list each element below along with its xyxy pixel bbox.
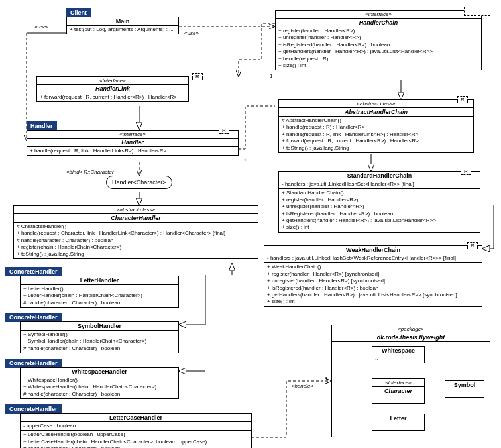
chh-name: CharacterHandler: [14, 214, 258, 223]
chh-st: «abstract class»: [14, 206, 258, 214]
tag-handler: Handler: [27, 121, 57, 131]
lch-name: LetterCaseHandler: [21, 414, 251, 422]
tp-shc: R: [461, 168, 471, 175]
ahc-st: «abstract class»: [279, 100, 473, 108]
lbl-bind: «bind» R::Character: [66, 169, 114, 175]
main-name: Main: [67, 17, 178, 26]
class-symbolhandler: SymbolHandler + SymbolHandler()+ SymbolH…: [20, 321, 179, 353]
lbl-star: *: [244, 158, 246, 164]
class-lettercasehandler: LetterCaseHandler - upperCase : boolean …: [20, 413, 252, 448]
hlink-name: HandlerLink: [37, 85, 188, 93]
class-handlerlink: «interface» HandlerLink + forward(reques…: [36, 76, 189, 102]
hnd-st: «interface»: [27, 131, 238, 139]
lbl-handle: «handle»: [292, 383, 313, 389]
sh-name: SymbolHandler: [21, 322, 178, 331]
ahc-ops: # AbstractHandlerChain()+ handle(request…: [279, 117, 473, 152]
tag-ch1: ConcreteHandler: [5, 267, 62, 276]
tp-whc: R: [467, 242, 478, 249]
lh-ops: + LetterHandler()+ LetterHandler(chain :…: [21, 285, 178, 307]
tp-r1: R: [192, 73, 203, 80]
lch-ops: + LetterCaseHandler(boolean : upperCase)…: [21, 431, 251, 448]
tp-ahc: R: [457, 96, 468, 103]
tp-r2: R: [219, 127, 229, 134]
package-flyweight: «package» dk.rode.thesis.flyweight White…: [331, 325, 490, 437]
class-main: Main + test(out : Log, arguments : Argum…: [66, 17, 179, 34]
shc-f: - handlers : java.util.LinkedHashSet<Han…: [279, 180, 480, 189]
tag-ch3: ConcreteHandler: [5, 359, 62, 368]
whc-name: WeakHandlerChain: [264, 246, 482, 254]
pkg-st: «package»: [332, 325, 490, 333]
tp-hc: [464, 7, 490, 16]
tag-ch4: ConcreteHandler: [5, 404, 62, 414]
lbl-use2: «use»: [184, 30, 199, 36]
lch-f: - upperCase : boolean: [21, 422, 251, 431]
cls-symbol: Symbol..: [445, 380, 484, 398]
class-standardhandlerchain: StandardHandlerChain - handlers : java.u…: [278, 171, 480, 233]
main-op: + test(out : Log, arguments : Arguments)…: [67, 26, 178, 34]
hlink-st: «interface»: [37, 77, 188, 85]
class-letterhandler: LetterHandler + LetterHandler()+ LetterH…: [20, 276, 179, 308]
class-weakhandlerchain: WeakHandlerChain - handlers : java.util.…: [264, 245, 482, 307]
tag-ch2: ConcreteHandler: [5, 313, 62, 322]
sh-ops: + SymbolHandler()+ SymbolHandler(chain :…: [21, 331, 178, 353]
chh-ops: # CharacterHandler()+ handle(request : C…: [14, 223, 258, 258]
lbl-one1: 1: [270, 73, 272, 79]
lbl-use1: «use»: [34, 24, 49, 30]
lbl-one2: 1: [325, 376, 327, 382]
cls-character: «interface»Character..: [372, 378, 425, 404]
hc-ops: + register(handler : Handler<R>)+ unregi…: [276, 27, 481, 70]
shc-ops: + StandardHandlerChain()+ register(handl…: [279, 189, 480, 231]
cls-letter: Letter..: [372, 414, 425, 431]
shc-name: StandardHandlerChain: [279, 172, 480, 180]
tag-client: Client: [66, 8, 91, 17]
class-whitespacehandler: WhitespaceHandler + WhitespaceHandler()+…: [20, 367, 179, 399]
hnd-op: + handle(request : R, link : HandlerLink…: [27, 147, 238, 155]
wh-ops: + WhitespaceHandler()+ WhitespaceHandler…: [21, 376, 178, 398]
class-handler: «interface» Handler + handle(request : R…: [27, 130, 239, 156]
hc-st: «interface»: [276, 11, 481, 19]
class-handlerchain: «interface» HandlerChain + register(hand…: [275, 10, 482, 70]
hnd-name: Handler: [27, 139, 238, 147]
class-abstracthandlerchain: «abstract class» AbstractHandlerChain # …: [278, 99, 474, 153]
lh-name: LetterHandler: [21, 276, 178, 285]
cls-whitespace: Whitespace..: [372, 346, 425, 363]
wh-name: WhitespaceHandler: [21, 368, 178, 376]
whc-ops: + WeakHandlerChain()+ register(handler :…: [264, 263, 482, 306]
pkg-name: dk.rode.thesis.flyweight: [332, 333, 490, 342]
ahc-name: AbstractHandlerChain: [279, 108, 473, 117]
hlink-op: + forward(request : R, current : Handler…: [37, 93, 188, 101]
class-characterhandler: «abstract class» CharacterHandler # Char…: [13, 205, 258, 259]
whc-f: - handlers : java.util.LinkedHashSet<Wea…: [264, 254, 482, 263]
hc-name: HandlerChain: [276, 19, 481, 27]
bubble-handler-char: Handler<Character>: [106, 176, 172, 189]
